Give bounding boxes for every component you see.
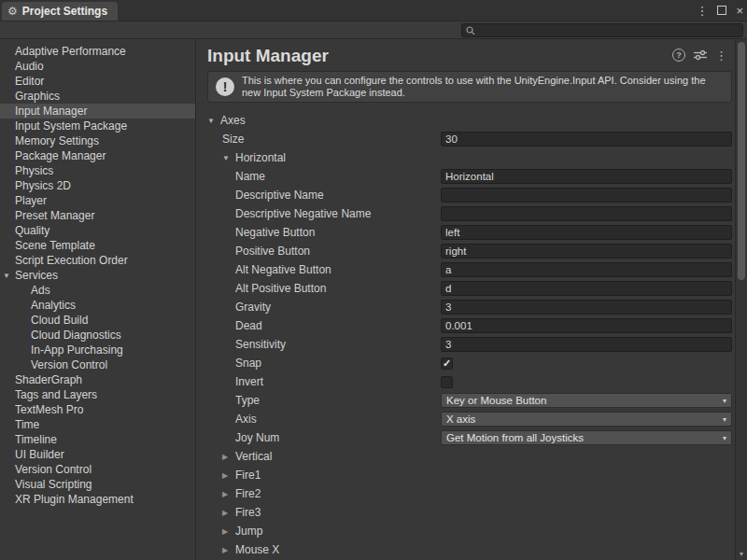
search-toolbar <box>0 21 747 39</box>
sidebar-item-input-manager[interactable]: Input Manager <box>0 104 195 119</box>
foldout-closed-icon[interactable]: ▶ <box>222 490 235 498</box>
property-row-axes: ▼Axes <box>196 111 735 130</box>
search-field[interactable] <box>461 23 743 37</box>
foldout-label[interactable]: Vertical <box>235 450 272 463</box>
sidebar-item-ui-builder[interactable]: UI Builder <box>0 447 195 462</box>
foldout-label[interactable]: Jump <box>235 525 262 538</box>
field-dead[interactable] <box>441 318 732 333</box>
sidebar-item-script-execution-order[interactable]: Script Execution Order <box>0 253 195 268</box>
field-descriptive-name[interactable] <box>441 188 732 203</box>
sidebar-item-label: Input System Package <box>0 119 127 133</box>
foldout-label[interactable]: Fire2 <box>235 487 261 500</box>
foldout-open-icon[interactable]: ▼ <box>3 272 10 280</box>
sidebar-item-cloud-build[interactable]: Cloud Build <box>0 313 195 328</box>
window-maximize-button[interactable] <box>717 6 726 15</box>
checkbox-invert[interactable] <box>441 376 453 388</box>
sidebar-item-version-control[interactable]: Version Control <box>0 357 195 372</box>
sidebar-item-cloud-diagnostics[interactable]: Cloud Diagnostics <box>0 328 195 343</box>
foldout-closed-icon[interactable]: ▶ <box>222 546 235 554</box>
scrollbar-thumb[interactable] <box>738 42 745 280</box>
property-row-gravity: Gravity <box>196 298 735 316</box>
foldout-label[interactable]: Mouse X <box>235 543 279 556</box>
sidebar-item-shadergraph[interactable]: ShaderGraph <box>0 372 195 387</box>
field-sensitivity[interactable] <box>441 337 732 352</box>
presets-icon[interactable] <box>694 49 707 61</box>
search-input[interactable] <box>475 25 742 35</box>
sidebar-item-physics-2d[interactable]: Physics 2D <box>0 178 195 193</box>
sidebar-item-memory-settings[interactable]: Memory Settings <box>0 133 195 148</box>
property-row-type: TypeKey or Mouse Button▾ <box>196 391 735 410</box>
sidebar-item-label: Scene Template <box>0 239 95 252</box>
window-menu-button[interactable]: ⋮ <box>696 4 708 18</box>
sidebar-item-version-control[interactable]: Version Control <box>0 462 195 477</box>
sidebar-item-label: Preset Manager <box>0 209 94 222</box>
window-body: Adaptive PerformanceAudioEditorGraphicsI… <box>0 39 747 560</box>
sidebar-item-visual-scripting[interactable]: Visual Scripting <box>0 477 195 492</box>
property-label: Alt Negative Button <box>235 263 331 276</box>
foldout-label[interactable]: Fire1 <box>235 469 261 482</box>
sidebar-item-label: Editor <box>0 75 44 88</box>
foldout-open-icon[interactable]: ▼ <box>222 154 235 162</box>
foldout-closed-icon[interactable]: ▶ <box>222 471 235 480</box>
property-row-sensitivity: Sensitivity <box>196 335 735 354</box>
foldout-label[interactable]: Horizontal <box>235 151 286 164</box>
window-close-button[interactable]: × <box>736 4 743 18</box>
sidebar-item-xr-plugin-management[interactable]: XR Plugin Management <box>0 492 195 507</box>
sidebar-item-input-system-package[interactable]: Input System Package <box>0 119 195 133</box>
foldout-label[interactable]: Fire3 <box>235 506 261 519</box>
input-manager-panel: Input Manager ? ⋮ ! This is where you ca… <box>196 39 735 560</box>
property-label: Positive Button <box>235 245 310 258</box>
foldout-closed-icon[interactable]: ▶ <box>222 527 235 536</box>
foldout-open-icon[interactable]: ▼ <box>207 117 220 125</box>
field-name[interactable] <box>441 169 732 184</box>
sidebar-item-in-app-purchasing[interactable]: In-App Purchasing <box>0 343 195 357</box>
sidebar-item-player[interactable]: Player <box>0 193 195 208</box>
sidebar-item-quality[interactable]: Quality <box>0 223 195 238</box>
sidebar-item-time[interactable]: Time <box>0 417 195 432</box>
sidebar-item-textmesh-pro[interactable]: TextMesh Pro <box>0 402 195 417</box>
sidebar-item-tags-and-layers[interactable]: Tags and Layers <box>0 387 195 402</box>
dropdown-value: Get Motion from all Joysticks <box>446 432 719 443</box>
field-negative-button[interactable] <box>441 225 732 240</box>
field-alt-negative-button[interactable] <box>441 262 732 277</box>
vertical-scrollbar[interactable]: ▼ <box>735 39 747 560</box>
sidebar-item-audio[interactable]: Audio <box>0 59 195 74</box>
sidebar-item-label: Cloud Diagnostics <box>0 329 121 342</box>
scroll-down-button[interactable]: ▼ <box>736 549 747 560</box>
header-icons: ? ⋮ <box>672 49 727 62</box>
field-gravity[interactable] <box>441 300 732 315</box>
sidebar-item-editor[interactable]: Editor <box>0 74 195 89</box>
sidebar-item-graphics[interactable]: Graphics <box>0 89 195 104</box>
foldout-closed-icon[interactable]: ▶ <box>222 509 235 517</box>
window-titlebar: ⚙ Project Settings ⋮ × <box>0 0 747 21</box>
help-box-text: This is where you can configure the cont… <box>242 75 724 99</box>
field-descriptive-negative-name[interactable] <box>441 206 732 221</box>
sidebar-item-physics[interactable]: Physics <box>0 163 195 178</box>
sidebar-item-adaptive-performance[interactable]: Adaptive Performance <box>0 44 195 59</box>
sidebar-item-analytics[interactable]: Analytics <box>0 298 195 313</box>
field-alt-positive-button[interactable] <box>441 281 732 296</box>
property-row-fire2: ▶Fire2 <box>196 484 735 503</box>
sidebar-item-scene-template[interactable]: Scene Template <box>0 238 195 253</box>
sidebar-item-package-manager[interactable]: Package Manager <box>0 148 195 163</box>
tab-project-settings[interactable]: ⚙ Project Settings <box>2 2 118 21</box>
chevron-down-icon: ▾ <box>723 397 726 405</box>
help-icon[interactable]: ? <box>672 49 685 62</box>
property-label: Negative Button <box>235 226 315 239</box>
checkbox-snap[interactable]: ✓ <box>441 357 453 370</box>
sidebar-item-ads[interactable]: Ads <box>0 283 195 298</box>
field-size[interactable] <box>441 132 732 147</box>
sidebar-item-preset-manager[interactable]: Preset Manager <box>0 208 195 223</box>
tab-title: Project Settings <box>22 5 107 18</box>
kebab-menu-icon[interactable]: ⋮ <box>715 49 727 62</box>
dropdown-joy-num[interactable]: Get Motion from all Joysticks▾ <box>441 430 732 445</box>
sidebar-item-timeline[interactable]: Timeline <box>0 432 195 447</box>
property-label: Dead <box>235 319 262 332</box>
foldout-label[interactable]: Axes <box>220 114 246 127</box>
dropdown-type[interactable]: Key or Mouse Button▾ <box>441 393 732 408</box>
sidebar-item-label: Audio <box>0 60 44 73</box>
foldout-closed-icon[interactable]: ▶ <box>222 453 235 461</box>
dropdown-axis[interactable]: X axis▾ <box>441 412 732 427</box>
sidebar-item-services[interactable]: ▼Services <box>0 268 195 283</box>
field-positive-button[interactable] <box>441 244 732 259</box>
